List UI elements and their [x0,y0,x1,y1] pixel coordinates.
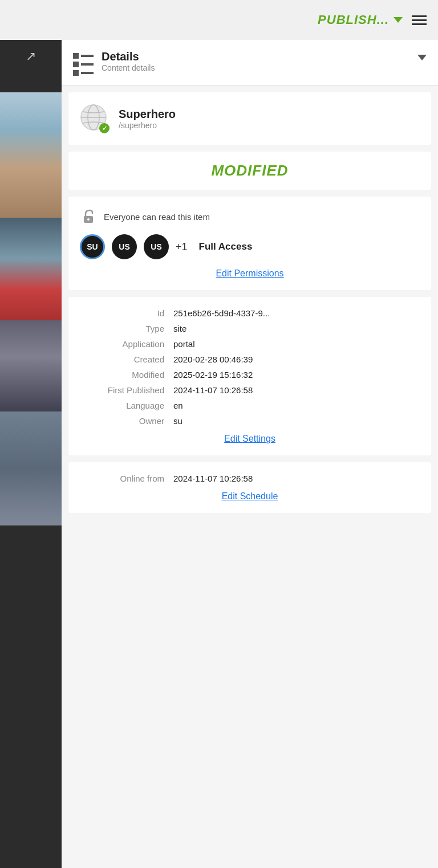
detail-label-modified: Modified [82,370,173,380]
schedule-card: Online from 2024-11-07 10:26:58 Edit Sch… [68,462,431,513]
detail-value-language: en [173,401,183,410]
avatar-us2: US [144,234,169,259]
sidebar-image-3 [0,320,62,411]
schedule-label: Online from [82,474,173,483]
site-name: Superhero [119,108,176,121]
detail-label-type: Type [82,324,173,333]
main-panel: Details Content details Superhero /super… [62,40,438,868]
publish-chevron-icon [394,17,403,23]
sidebar-image-4 [0,411,62,525]
list-line-3 [81,72,94,74]
detail-value-type: site [173,324,186,333]
detail-row-first-published: First Published 2024-11-07 10:26:58 [82,385,417,395]
avatar-su: SU [80,234,105,259]
detail-value-first-published: 2024-11-07 10:26:58 [173,385,253,395]
svg-point-4 [87,218,90,221]
detail-value-application: portal [173,339,195,349]
panel-collapse-icon[interactable] [417,55,427,60]
publish-label: PUBLISH... [318,13,389,27]
avatar-us1: US [112,234,137,259]
detail-row-created: Created 2020-02-28 00:46:39 [82,354,417,364]
check-badge [99,123,110,133]
details-card: Id 251e6b26-5d9d-4337-9... Type site App… [68,297,431,455]
panel-title: Details [102,50,155,63]
detail-value-created: 2020-02-28 00:46:39 [173,354,253,364]
publish-button[interactable]: PUBLISH... [318,13,403,27]
everyone-text: Everyone can read this item [104,212,210,222]
modified-card: MODIFIED [68,152,431,190]
detail-label-language: Language [82,401,173,410]
site-info: Superhero /superhero [119,108,176,130]
left-sidebar: ↗ [0,40,62,868]
detail-label-id: Id [82,308,173,318]
everyone-row: Everyone can read this item [80,208,420,225]
detail-label-created: Created [82,354,173,364]
detail-label-owner: Owner [82,416,173,426]
users-row: SU US US +1 Full Access [80,234,420,259]
panel-header-left: Details Content details [73,50,155,76]
permissions-card: Everyone can read this item SU US US +1 … [68,197,431,290]
panel-header: Details Content details [62,40,438,85]
list-line-1 [81,55,94,57]
detail-value-id: 251e6b26-5d9d-4337-9... [173,308,270,318]
detail-value-modified: 2025-02-19 15:16:32 [173,370,253,380]
edit-settings-link[interactable]: Edit Settings [82,434,417,444]
schedule-value: 2024-11-07 10:26:58 [173,474,253,483]
detail-row-id: Id 251e6b26-5d9d-4337-9... [82,308,417,318]
panel-list-icon [73,53,94,76]
detail-row-type: Type site [82,324,417,333]
detail-row-modified: Modified 2025-02-19 15:16:32 [82,370,417,380]
detail-row-language: Language en [82,401,417,410]
list-dot-1 [73,53,79,59]
site-icon-wrap [80,104,110,133]
list-dot-2 [73,62,79,67]
open-lock-icon [80,208,97,225]
panel-title-group: Details Content details [102,50,155,72]
sidebar-image-1 [0,92,62,218]
site-card: Superhero /superhero [68,92,431,145]
detail-label-first-published: First Published [82,385,173,395]
sidebar-image-2 [0,218,62,320]
plus-count: +1 [176,241,188,253]
detail-label-application: Application [82,339,173,349]
edit-schedule-link[interactable]: Edit Schedule [82,491,417,502]
full-access-label: Full Access [199,241,253,252]
list-dot-3 [73,70,79,76]
list-view-icon[interactable] [412,15,427,25]
edit-icon[interactable]: ↗ [26,49,36,64]
detail-row-owner: Owner su [82,416,417,426]
panel-subtitle: Content details [102,63,155,72]
site-path: /superhero [119,121,176,130]
sidebar-images [0,92,62,525]
top-bar: PUBLISH... [0,0,438,40]
detail-row-application: Application portal [82,339,417,349]
edit-permissions-link[interactable]: Edit Permissions [80,268,420,279]
detail-value-owner: su [173,416,182,426]
modified-label: MODIFIED [211,162,288,179]
schedule-row: Online from 2024-11-07 10:26:58 [82,474,417,483]
list-line-2 [81,63,94,66]
